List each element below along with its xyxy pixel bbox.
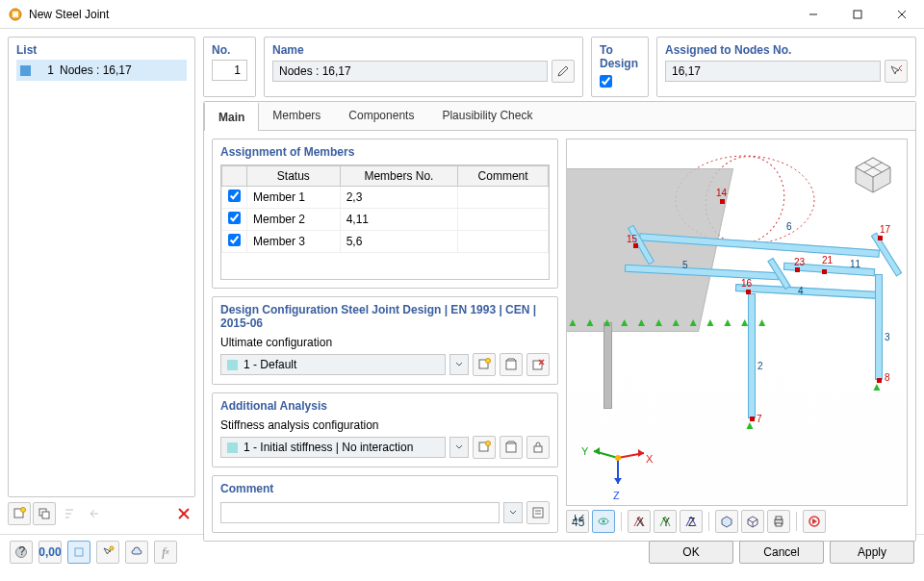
support-row: ▲▲▲▲▲▲▲▲▲▲▲▲ xyxy=(567,316,774,329)
units-button[interactable]: 0,00 xyxy=(38,541,62,564)
view-reset-button[interactable] xyxy=(803,510,826,533)
apply-button[interactable]: Apply xyxy=(830,541,914,564)
table-row: Member 12,3 xyxy=(222,187,549,209)
design-sub: Ultimate configuration xyxy=(220,336,550,349)
design-dropdown[interactable]: 1 - Default xyxy=(220,354,446,375)
tabs-panel: Main Members Components Plausibility Che… xyxy=(203,101,916,542)
svg-rect-9 xyxy=(42,512,49,518)
node-label: 8 xyxy=(885,372,890,383)
tab-main[interactable]: Main xyxy=(204,102,259,131)
design-delete-button[interactable] xyxy=(526,353,550,376)
node-label: 15 xyxy=(627,234,637,244)
col-status: Status xyxy=(247,166,341,187)
design-new-button[interactable] xyxy=(473,353,496,376)
help-button[interactable]: ? xyxy=(10,541,33,564)
column xyxy=(603,322,612,409)
chevron-down-icon[interactable] xyxy=(449,354,469,375)
assigned-field[interactable]: 16,17 xyxy=(665,61,881,82)
svg-rect-3 xyxy=(854,11,861,18)
model-viewport[interactable]: ▲▲▲▲▲▲▲▲▲▲▲▲ ▲ ▲ 15 14 xyxy=(566,139,908,506)
list-panel: List 1 Nodes : 16,17 xyxy=(8,37,195,497)
node-label: 7 xyxy=(757,414,762,424)
row-checkbox[interactable] xyxy=(228,212,241,224)
branch-button[interactable] xyxy=(83,502,106,525)
todesign-label: To Design xyxy=(600,43,640,70)
svg-rect-46 xyxy=(776,517,782,519)
pick-node-button[interactable] xyxy=(885,60,908,83)
maximize-button[interactable] xyxy=(835,0,880,29)
formula-button[interactable]: fx xyxy=(154,541,177,564)
node-label: 21 xyxy=(822,255,833,265)
list-item-num: 1 xyxy=(37,63,54,77)
minimize-button[interactable] xyxy=(791,0,835,29)
design-library-button[interactable] xyxy=(500,353,523,376)
tab-members[interactable]: Members xyxy=(259,102,335,130)
col-members: Members No. xyxy=(340,166,458,187)
view-coords-button[interactable]: 123456 xyxy=(566,510,589,533)
view-iso-button[interactable] xyxy=(715,510,738,533)
axis-x-label: X xyxy=(646,453,653,465)
svg-point-41 xyxy=(603,520,605,523)
delete-item-button[interactable] xyxy=(172,502,195,525)
new-item-button[interactable] xyxy=(8,502,31,525)
no-label: No. xyxy=(212,43,247,57)
svg-text:Y: Y xyxy=(662,516,670,528)
comment-section: Comment xyxy=(212,475,558,533)
titlebar: New Steel Joint xyxy=(0,0,924,29)
stiff-lock-button[interactable] xyxy=(526,436,550,459)
edit-name-button[interactable] xyxy=(552,60,575,83)
select-button[interactable] xyxy=(96,541,119,564)
design-section: Design Configuration Steel Joint Design … xyxy=(212,296,558,385)
list-item[interactable]: 1 Nodes : 16,17 xyxy=(16,60,187,81)
stiffness-dropdown[interactable]: 1 - Initial stiffness | No interaction xyxy=(220,437,446,458)
tab-plausibility[interactable]: Plausibility Check xyxy=(428,102,547,130)
sort-button[interactable] xyxy=(58,502,81,525)
member-label: 11 xyxy=(850,259,860,269)
chevron-down-icon[interactable] xyxy=(449,437,469,458)
svg-point-52 xyxy=(110,546,114,550)
beam-4 xyxy=(735,284,880,299)
svg-text:456: 456 xyxy=(572,516,584,528)
assignment-section: Assignment of Members Status Members No.… xyxy=(212,139,558,289)
svg-marker-36 xyxy=(614,478,622,484)
view-show-button[interactable] xyxy=(592,510,615,533)
node-label: 17 xyxy=(880,224,890,235)
list-item-text: Nodes : 16,17 xyxy=(60,63,132,77)
ok-button[interactable]: OK xyxy=(649,541,733,564)
tab-components[interactable]: Components xyxy=(335,102,428,130)
row-checkbox[interactable] xyxy=(228,189,241,202)
view-print-button[interactable] xyxy=(767,510,790,533)
tab-strip: Main Members Components Plausibility Che… xyxy=(204,102,915,131)
comment-field[interactable] xyxy=(220,502,500,523)
comment-note-button[interactable] xyxy=(526,501,550,524)
design-title: Design Configuration Steel Joint Design … xyxy=(220,303,550,330)
assignment-table[interactable]: Status Members No. Comment Member 12,3 M… xyxy=(221,165,549,253)
nav-cube-icon[interactable] xyxy=(845,145,901,201)
axes-icon xyxy=(584,424,652,492)
svg-point-7 xyxy=(21,508,26,513)
chevron-down-icon[interactable] xyxy=(503,502,523,523)
name-field[interactable]: Nodes : 16,17 xyxy=(272,61,548,82)
row-checkbox[interactable] xyxy=(228,234,241,246)
cancel-button[interactable]: Cancel xyxy=(739,541,824,564)
name-label: Name xyxy=(272,43,575,57)
view-wire-button[interactable] xyxy=(741,510,764,533)
cloud-button[interactable] xyxy=(125,541,148,564)
copy-item-button[interactable] xyxy=(33,502,56,525)
view-x-button[interactable]: X xyxy=(628,510,651,533)
header-row: No. 1 Name Nodes : 16,17 To Design Assig… xyxy=(203,37,916,97)
stiff-library-button[interactable] xyxy=(500,436,523,459)
view-joint-button[interactable] xyxy=(67,541,90,564)
view-z-button[interactable]: Z xyxy=(680,510,703,533)
table-row: Member 35,6 xyxy=(222,231,549,253)
close-button[interactable] xyxy=(880,0,924,29)
beam-2 xyxy=(748,293,756,418)
assignment-title: Assignment of Members xyxy=(220,145,550,159)
svg-marker-32 xyxy=(638,449,644,457)
member-label: 2 xyxy=(757,361,763,371)
todesign-checkbox[interactable] xyxy=(600,75,612,88)
svg-rect-1 xyxy=(13,12,18,17)
stiff-new-button[interactable] xyxy=(473,436,496,459)
view-y-button[interactable]: Y xyxy=(654,510,677,533)
no-field[interactable]: 1 xyxy=(212,60,247,81)
